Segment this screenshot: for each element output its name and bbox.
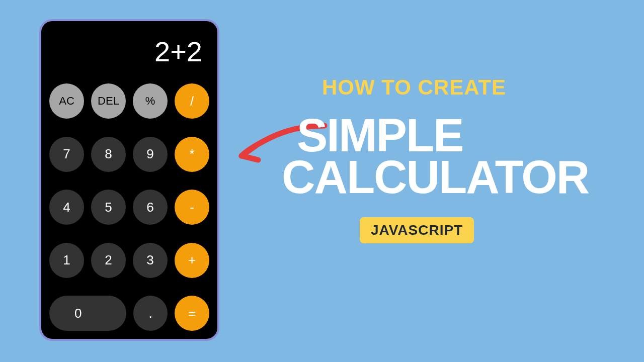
digit-3-button[interactable]: 3 bbox=[133, 243, 168, 278]
decimal-button[interactable]: . bbox=[133, 296, 168, 331]
button-row: 0.= bbox=[49, 296, 209, 331]
language-badge: JAVASCRIPT bbox=[360, 217, 474, 243]
button-row: 789* bbox=[49, 137, 209, 172]
title-text: SIMPLE CALCULATOR bbox=[297, 115, 589, 198]
digit-2-button[interactable]: 2 bbox=[91, 243, 126, 278]
button-row: 123+ bbox=[49, 243, 209, 278]
button-row: 456- bbox=[49, 190, 209, 225]
delete-button[interactable]: DEL bbox=[91, 83, 126, 119]
digit-5-button[interactable]: 5 bbox=[91, 190, 126, 225]
calculator-panel: 2+2 ACDEL%/789*456-123+0.= bbox=[39, 19, 219, 341]
digit-0-button[interactable]: 0 bbox=[49, 296, 126, 331]
digit-9-button[interactable]: 9 bbox=[133, 137, 168, 172]
digit-7-button[interactable]: 7 bbox=[49, 137, 84, 172]
equals-button[interactable]: = bbox=[175, 296, 209, 331]
text-content-block: HOW TO CREATE SIMPLE CALCULATOR JAVASCRI… bbox=[282, 75, 589, 243]
clear-all-button[interactable]: AC bbox=[49, 83, 84, 119]
digit-6-button[interactable]: 6 bbox=[133, 190, 168, 225]
calculator-button-grid: ACDEL%/789*456-123+0.= bbox=[49, 79, 209, 331]
multiply-button[interactable]: * bbox=[175, 137, 209, 172]
button-row: ACDEL%/ bbox=[49, 83, 209, 119]
add-button[interactable]: + bbox=[175, 243, 209, 278]
title-line-2: CALCULATOR bbox=[282, 156, 589, 198]
divide-button[interactable]: / bbox=[175, 83, 209, 119]
digit-1-button[interactable]: 1 bbox=[49, 243, 84, 278]
title-line-1: SIMPLE bbox=[297, 115, 589, 156]
subtitle-text: HOW TO CREATE bbox=[322, 75, 589, 100]
calculator-display: 2+2 bbox=[49, 29, 209, 79]
digit-4-button[interactable]: 4 bbox=[49, 190, 84, 225]
subtract-button[interactable]: - bbox=[175, 190, 209, 225]
digit-8-button[interactable]: 8 bbox=[91, 137, 126, 172]
percent-button[interactable]: % bbox=[133, 83, 168, 119]
